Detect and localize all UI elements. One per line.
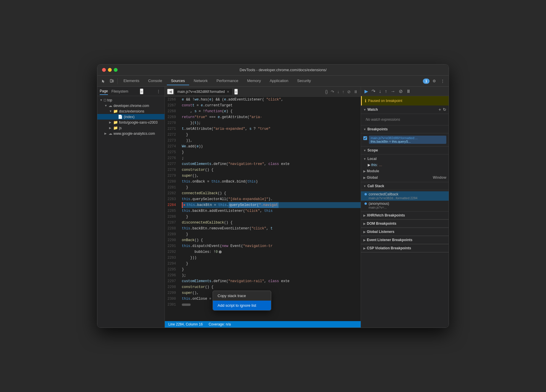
close-button[interactable]	[102, 68, 106, 72]
tree-item-chrome[interactable]: ▼ ☁ developer.chrome.com	[97, 103, 165, 108]
tree-item-js[interactable]: ▶ 📁 js	[97, 125, 165, 131]
no-watch-expressions: No watch expressions	[361, 115, 449, 124]
tab-elements[interactable]: Elements	[119, 77, 143, 85]
event-listeners-header[interactable]: ▶ Event Listener Breakpoints	[361, 236, 449, 244]
tab-memory[interactable]: Memory	[243, 77, 265, 85]
step-over-btn[interactable]: ↷	[330, 89, 335, 95]
dom-header[interactable]: ▶ DOM Breakpoints	[361, 220, 449, 228]
refresh-watch-btn[interactable]: ↻	[443, 107, 446, 112]
tree-label-index: (index)	[124, 115, 135, 119]
resume-btn[interactable]: ▶	[363, 88, 369, 95]
tree-label-fonts: fonts/google-sans-v2003	[119, 120, 157, 125]
cs-location-1: main.js?v=...	[364, 206, 446, 209]
tab-console[interactable]: Console	[144, 77, 166, 85]
dom-arrow: ▶	[363, 222, 366, 225]
editor-actions: {} ↷ ↓ ↑ ⊘ ⏸	[325, 89, 358, 95]
cursor-tool-btn[interactable]	[100, 78, 107, 84]
tab-network[interactable]: Network	[190, 77, 212, 85]
right-panel: ▶ ↷ ↓ ↑ → ⊘ ⏸ ℹ Paused on breakpoint ▼ W…	[361, 87, 449, 328]
scope-this[interactable]: ▶ this: …	[361, 162, 449, 168]
csp-header[interactable]: ▶ CSP Violation Breakpoints	[361, 244, 449, 252]
tab-performance[interactable]: Performance	[212, 77, 242, 85]
tree-item-top[interactable]: ▼ □ top	[97, 97, 165, 103]
deactivate-breakpoints-btn[interactable]: ⊘	[347, 89, 351, 95]
step-out-right-btn[interactable]: ↑	[384, 88, 388, 95]
more-tools-btn[interactable]: ⋮	[439, 78, 446, 84]
scope-header[interactable]: ▼ Scope	[361, 146, 449, 154]
breakpoint-checkbox[interactable]	[363, 136, 367, 140]
code-line-2294: }	[182, 261, 361, 267]
step-over-right-btn[interactable]: ↷	[370, 88, 377, 95]
tree-item-fonts[interactable]: ▶ 📁 fonts/google-sans-v2003	[97, 120, 165, 125]
watch-header[interactable]: ▼ Watch + ↻	[361, 105, 449, 114]
global-listeners-arrow: ▶	[363, 230, 366, 234]
tree-item-analytics[interactable]: ▶ ☁ www.google-analytics.com	[97, 131, 165, 136]
svg-rect-0	[110, 79, 112, 82]
scope-global-value: Window	[433, 175, 446, 180]
tab-page[interactable]: Page	[100, 88, 108, 95]
maximize-button[interactable]	[114, 68, 118, 72]
cs-func-1: (anonymous)	[369, 202, 389, 206]
add-watch-btn[interactable]: +	[439, 107, 441, 112]
step-into-right-btn[interactable]: ↓	[378, 88, 382, 95]
line-numbers: 2266 2267 2268 2269 2270 2271 2272 2273 …	[165, 97, 179, 321]
scope-module[interactable]: ▶ Module	[361, 168, 449, 174]
add-to-ignore-list-item[interactable]: Add script to ignore list	[213, 301, 271, 310]
code-line-2299: super(),	[182, 290, 361, 296]
call-stack-item-0[interactable]: connectedCallback main.js?v=e382d...form…	[361, 191, 449, 201]
pause-btn[interactable]: ⏸	[353, 89, 358, 95]
main-content: Page Filesystem » ⋮ ▼ □ top ▼ ☁ develope…	[97, 87, 449, 328]
call-stack-header[interactable]: ▼ Call Stack	[361, 182, 449, 190]
close-tab-btn[interactable]: ✕	[227, 90, 229, 94]
code-line-2266: e && !we.has(e) && (e.addEventListener( …	[182, 97, 361, 103]
paused-message: Paused on breakpoint	[368, 99, 402, 103]
editor-file-name: main.js?v=e382d86f:formatted	[177, 90, 225, 94]
step-out-btn[interactable]: ↑	[342, 89, 345, 95]
settings-btn[interactable]: ⚙	[431, 78, 438, 84]
bp-file: main.js?v=e382d86f:formatted:...	[371, 136, 445, 140]
panel-tabs-more-btn[interactable]: »	[140, 88, 143, 94]
tree-item-index[interactable]: 📄 (index)	[97, 114, 165, 120]
xhr-label: XHR/fetch Breakpoints	[367, 213, 405, 217]
editor-file-tab[interactable]: main.js?v=e382d86f:formatted ✕	[174, 88, 233, 95]
call-stack-item-1[interactable]: (anonymous) main.js?v=...	[361, 201, 449, 210]
editor-status-bar: Line 2284, Column 16 Coverage: n/a	[165, 321, 361, 328]
copy-stack-trace-item[interactable]: Copy stack trace	[213, 291, 271, 301]
scope-body: ▼ Local ▶ this: … ▶ Module ▶ Global Wind…	[361, 154, 449, 182]
code-editor[interactable]: 2266 2267 2268 2269 2270 2271 2272 2273 …	[165, 97, 361, 321]
pretty-print-btn[interactable]: {}	[325, 89, 328, 95]
step-right-btn[interactable]: →	[389, 88, 396, 95]
new-group-btn[interactable]: ⋮	[155, 88, 162, 95]
tree-item-docs[interactable]: ▼ 📁 docs/extensions	[97, 108, 165, 114]
scope-global[interactable]: ▶ Global Window	[361, 174, 449, 181]
tab-security[interactable]: Security	[293, 77, 315, 85]
tab-prev-btn[interactable]: ◀	[167, 89, 174, 94]
device-toolbar-btn[interactable]	[108, 78, 116, 84]
tab-filesystem[interactable]: Filesystem	[111, 88, 128, 95]
event-listeners-label: Event Listener Breakpoints	[367, 238, 412, 242]
minimize-button[interactable]	[108, 68, 112, 72]
separator	[117, 78, 118, 84]
code-line-2270: }(t);	[182, 120, 361, 126]
pause-on-exception-btn[interactable]: ⏸	[405, 88, 412, 95]
breakpoint-text: main.js?v=e382d86f:formatted:... this.ba…	[369, 136, 446, 144]
dom-section: ▶ DOM Breakpoints	[361, 220, 449, 228]
csp-label: CSP Violation Breakpoints	[367, 246, 411, 250]
code-line-2279: super(),	[182, 173, 361, 179]
call-stack-label: Call Stack	[367, 184, 384, 188]
global-listeners-header[interactable]: ▶ Global Listeners	[361, 228, 449, 236]
watch-label: Watch	[367, 108, 378, 112]
step-into-btn[interactable]: ↓	[337, 89, 340, 95]
tab-application[interactable]: Application	[266, 77, 293, 85]
event-listeners-arrow: ▶	[363, 238, 366, 242]
global-listeners-section: ▶ Global Listeners	[361, 228, 449, 236]
deactivate-right-btn[interactable]: ⊘	[398, 88, 404, 95]
tree-label-top: top	[107, 98, 112, 102]
xhr-header[interactable]: ▶ XHR/fetch Breakpoints	[361, 212, 449, 219]
tab-sources[interactable]: Sources	[167, 77, 189, 85]
breakpoints-arrow: ▼	[363, 128, 366, 131]
editor-tabs-more-btn[interactable]: »	[234, 89, 238, 95]
scope-local[interactable]: ▼ Local	[361, 156, 449, 162]
breakpoints-header[interactable]: ▼ Breakpoints	[361, 125, 449, 133]
code-line-2276: ;	[182, 155, 361, 161]
